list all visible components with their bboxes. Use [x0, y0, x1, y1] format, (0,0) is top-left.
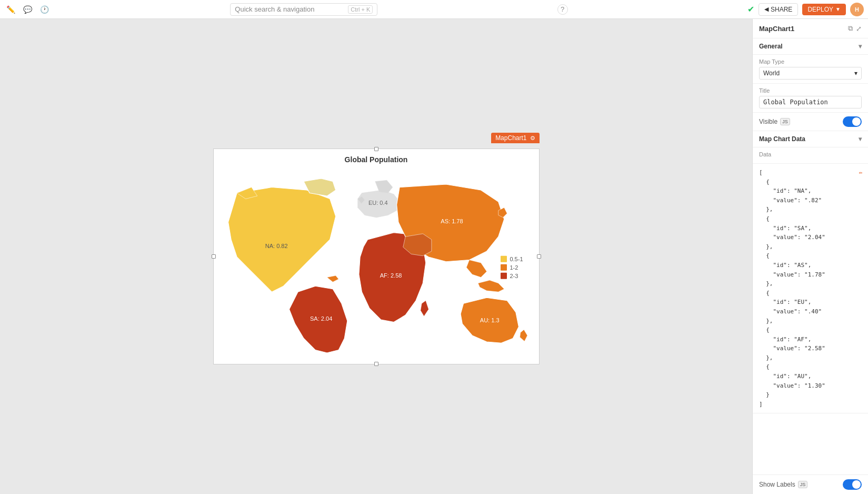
status-check-icon: ✔	[747, 4, 754, 14]
code-block: ✏ [ { "id": "NA", "value": ".82" }, { "i…	[753, 164, 868, 413]
caribbean-region	[327, 275, 338, 282]
visible-toggle[interactable]	[843, 116, 862, 127]
legend-color-2	[501, 264, 507, 271]
legend-item-3: 2-3	[501, 273, 523, 279]
map-chart-data-header[interactable]: Map Chart Data	[753, 131, 868, 147]
resize-handle-top[interactable]	[374, 147, 378, 151]
topbar: ✏️ 💬 🕐 Quick search & navigation Ctrl + …	[0, 0, 868, 19]
map-type-row: Map Type World ▾	[753, 55, 868, 84]
right-panel: MapChart1 ⧉ ⤢ General Map Type World ▾ T…	[752, 19, 868, 494]
map-container: NA: 0.82 SA: 2.04 EU: 0.4 AF: 2.58 AS: 1…	[214, 167, 539, 359]
title-row: Title	[753, 84, 868, 113]
show-labels-toggle[interactable]	[843, 479, 862, 490]
share-button[interactable]: ◀ SHARE	[759, 3, 798, 16]
map-chart-data-chevron	[859, 135, 862, 143]
legend-color-1	[501, 256, 507, 262]
visible-row: Visible JS	[753, 113, 868, 131]
sea-region	[466, 260, 487, 277]
code-edit-icon[interactable]: ✏	[859, 168, 863, 178]
data-label-row: Data	[753, 147, 868, 164]
widget-settings-icon[interactable]: ⚙	[530, 135, 535, 142]
af-label: AF: 2.58	[380, 272, 402, 279]
avatar: H	[850, 3, 864, 16]
title-field-label: Title	[759, 87, 862, 94]
canvas-area: MapChart1 ⚙ Global Population	[0, 19, 752, 494]
na-label: NA: 0.82	[265, 243, 287, 249]
search-bar[interactable]: Quick search & navigation Ctrl + K	[230, 3, 377, 16]
general-chevron	[859, 43, 862, 50]
chart-widget[interactable]: Global Population	[213, 149, 540, 364]
search-shortcut: Ctrl + K	[348, 5, 373, 14]
deploy-button[interactable]: DEPLOY ▼	[802, 4, 846, 15]
chart-title: Global Population	[214, 149, 539, 167]
search-placeholder: Quick search & navigation	[235, 5, 314, 13]
map-type-select[interactable]: World ▾	[759, 67, 862, 80]
legend-item-1: 0.5-1	[501, 256, 523, 262]
map-type-label: Map Type	[759, 58, 862, 65]
map-type-chevron: ▾	[854, 70, 857, 77]
show-labels-label: Show Labels JS	[759, 481, 807, 488]
legend-label-2: 1-2	[510, 264, 518, 271]
sa-label: SA: 2.04	[310, 315, 332, 322]
indonesia-region	[478, 280, 504, 292]
clock-icon[interactable]: 🕐	[38, 3, 51, 16]
panel-header: MapChart1 ⧉ ⤢	[753, 19, 868, 38]
eu-label: EU: 0.4	[368, 200, 387, 206]
as-label: AS: 1.78	[441, 218, 463, 224]
show-labels-row: Show Labels JS	[753, 475, 868, 494]
widget-label[interactable]: MapChart1 ⚙	[491, 133, 539, 143]
chart-widget-wrapper: MapChart1 ⚙ Global Population	[213, 149, 540, 364]
general-section-header[interactable]: General	[753, 38, 868, 55]
au-label: AU: 1.3	[480, 317, 499, 323]
code-content[interactable]: [ { "id": "NA", "value": ".82" }, { "id"…	[759, 168, 862, 409]
world-map-svg: NA: 0.82 SA: 2.04 EU: 0.4 AF: 2.58 AS: 1…	[214, 167, 539, 359]
expand-icon[interactable]: ⤢	[856, 25, 862, 33]
panel-header-icons: ⧉ ⤢	[848, 24, 862, 33]
js-badge: JS	[780, 118, 790, 125]
copy-icon[interactable]: ⧉	[848, 24, 853, 33]
na-region	[228, 187, 335, 292]
resize-handle-bottom[interactable]	[374, 362, 378, 366]
map-chart-data-label: Map Chart Data	[759, 135, 805, 143]
legend-color-3	[501, 273, 507, 279]
general-label: General	[759, 43, 783, 50]
map-legend: 0.5-1 1-2 2-3	[501, 256, 523, 279]
map-type-value: World	[763, 70, 780, 77]
legend-item-2: 1-2	[501, 264, 523, 271]
data-field-label: Data	[759, 151, 862, 157]
title-input[interactable]	[759, 96, 862, 108]
edit-icon[interactable]: ✏️	[4, 3, 17, 16]
help-button[interactable]: ?	[557, 4, 568, 15]
nz-region	[520, 330, 527, 341]
legend-label-1: 0.5-1	[510, 256, 523, 262]
main-layout: MapChart1 ⚙ Global Population	[0, 19, 868, 494]
visible-label: Visible JS	[759, 118, 790, 125]
comment-icon[interactable]: 💬	[21, 3, 34, 16]
panel-title: MapChart1	[759, 25, 794, 33]
show-labels-js-badge: JS	[798, 481, 808, 488]
legend-label-3: 2-3	[510, 273, 518, 279]
madagascar-region	[420, 301, 428, 317]
topbar-right: ✔ ◀ SHARE DEPLOY ▼ H	[747, 3, 864, 16]
